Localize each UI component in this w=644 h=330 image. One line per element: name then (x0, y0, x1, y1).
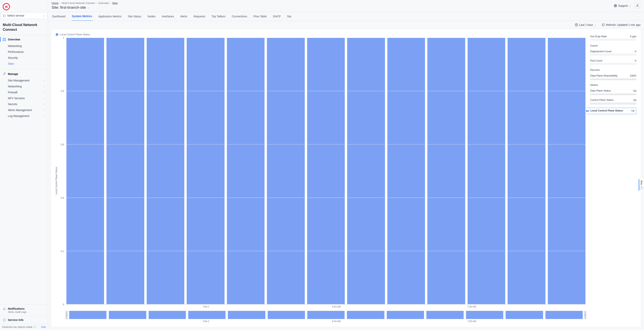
sidebar-item-networking[interactable]: Networking (8, 43, 48, 49)
tab-top-talkers[interactable]: Top Talkers (211, 12, 226, 21)
sidebar-item-security[interactable]: Security (8, 55, 48, 61)
overview-icon (3, 38, 6, 41)
tab-flow-table[interactable]: Flow Table (253, 12, 267, 21)
brush-bar (149, 311, 186, 319)
metric-control-plane-status[interactable]: Control Plane StatusUp (590, 98, 636, 104)
brush-bar (426, 311, 464, 319)
sidebar-item-performance[interactable]: Performance (8, 49, 48, 55)
select-service-dropdown[interactable]: Select service ⌄ (1, 12, 47, 19)
chevron-down-icon: ⌄ (88, 6, 90, 9)
svg-rect-3 (5, 40, 6, 41)
sparkline (590, 78, 636, 80)
tab-connections[interactable]: Connections (232, 12, 248, 21)
brush-bar (387, 311, 424, 319)
bar-chart[interactable] (66, 38, 586, 304)
refresh-icon (602, 23, 605, 27)
bar[interactable] (548, 38, 586, 304)
svg-point-7 (637, 5, 638, 6)
bar[interactable] (267, 38, 304, 304)
chevron-down-icon: ⌄ (629, 4, 631, 7)
bar[interactable] (187, 38, 224, 304)
bar[interactable] (387, 38, 425, 304)
sparkline (590, 102, 636, 104)
metric-local-control-plane-status[interactable]: ▮▮Local Control Plane StatusUp (586, 108, 636, 114)
chevron-right-icon: › (44, 103, 45, 106)
tabs-scroll-right[interactable]: › (636, 14, 640, 19)
bar[interactable] (227, 38, 264, 304)
brush-bar (268, 311, 305, 319)
tab-application-metrics[interactable]: Application Metrics (98, 12, 122, 21)
tab-system-metrics[interactable]: System Metrics (72, 12, 93, 21)
range-brush[interactable]: ⦀ ⦀ (66, 311, 586, 319)
tab-dashboard[interactable]: Dashboard (52, 12, 66, 21)
y-axis-label: Local Control Plane Status (54, 38, 58, 324)
bar[interactable] (307, 38, 345, 304)
breadcrumb-overview[interactable]: Overview (98, 2, 109, 5)
brush-handle-right[interactable]: ⦀ (584, 311, 586, 319)
bar[interactable] (468, 38, 505, 304)
chart-legend[interactable]: Local Control Plane Status (54, 32, 586, 38)
bar-chart-icon: ▮▮ (586, 110, 589, 112)
product-title: Multi-Cloud Network Connect (0, 19, 48, 35)
nav-notifications[interactable]: Notifications Alerts, Audit Logs (0, 304, 48, 316)
bar[interactable] (427, 38, 465, 304)
brush-bar (109, 311, 146, 319)
metric-data-plane-status[interactable]: Data Plane StatusUp (590, 89, 636, 95)
tab-dhcp[interactable]: DHCP (272, 12, 281, 21)
bar[interactable] (106, 38, 144, 304)
nav-group-manage[interactable]: Manage (0, 70, 48, 78)
metric-data-plane-reachability[interactable]: Data Plane Reachability100% (590, 74, 636, 80)
breadcrumb-home[interactable]: Home (52, 2, 58, 5)
sparkline (590, 93, 636, 95)
sidebar-item-site-management[interactable]: Site Management› (8, 78, 48, 83)
bar[interactable] (347, 38, 385, 304)
bar[interactable] (508, 38, 545, 304)
brush-handle-left[interactable]: ⦀ (66, 311, 68, 319)
chevron-down-icon: ⌄ (594, 24, 596, 26)
tabs: DashboardSystem MetricsApplication Metri… (48, 12, 644, 21)
sidebar-item-firewall[interactable]: Firewall› (8, 89, 48, 95)
tab-site-status[interactable]: Site Status (128, 12, 142, 21)
bar[interactable] (66, 38, 104, 304)
metric-deployment-count[interactable]: Deployment Count0 (590, 50, 636, 56)
help-tab[interactable]: ? Help (639, 178, 644, 192)
sidebar-item-sites[interactable]: Sites (8, 61, 48, 67)
brush-bar (69, 311, 106, 319)
user-avatar[interactable] (634, 3, 640, 9)
nav-group-overview[interactable]: Overview (0, 36, 48, 43)
sidebar-item-nfv-services[interactable]: NFV Services› (8, 95, 48, 101)
tab-sta[interactable]: Sta (286, 12, 292, 21)
y-axis: 00.20.40.60.81 (59, 38, 65, 304)
refresh-button[interactable]: Refresh: Updated 1 min ago (602, 23, 640, 27)
sidebar-item-log-management[interactable]: Log Management› (8, 113, 48, 119)
bell-icon (3, 307, 6, 310)
brush-bar (307, 311, 344, 319)
breadcrumb: Home›Multi-Cloud Network Connect›Overvie… (52, 2, 118, 5)
sidebar-item-secrets[interactable]: Secrets› (8, 101, 48, 107)
tab-nodes[interactable]: Nodes (147, 12, 156, 21)
support-icon (614, 4, 617, 7)
support-menu[interactable]: Support ⌄ (614, 4, 631, 7)
bar[interactable] (147, 38, 184, 304)
sidebar-item-alerts-management[interactable]: Alerts Management› (8, 107, 48, 113)
time-range-selector[interactable]: Last 1 hour ⌄ (575, 23, 596, 27)
metric-out-drop-rate[interactable]: Out Drop Rate0 pps (590, 35, 636, 41)
grip-icon (3, 15, 6, 17)
brush-bar (347, 311, 384, 319)
tab-alerts[interactable]: Alerts (180, 12, 188, 21)
wrench-icon (3, 72, 6, 76)
sidebar: f5 Select service ⌄ Multi-Cloud Network … (0, 0, 48, 330)
sparkline (590, 63, 636, 65)
nav-service-info[interactable]: Service Info (0, 316, 48, 324)
svg-rect-1 (5, 38, 6, 39)
help-icon: ? (640, 186, 643, 190)
page-title[interactable]: Site: first-branch-site ⌄ (52, 5, 118, 10)
x-axis: Feb 26:43 AM7:00 AM (66, 305, 586, 309)
metric-pod-count[interactable]: Pod Count0 (590, 59, 636, 65)
breadcrumb-multi-cloud-network-connect[interactable]: Multi-Cloud Network Connect (62, 2, 95, 5)
tab-requests[interactable]: Requests (193, 12, 206, 21)
sidebar-item-networking[interactable]: Networking› (8, 83, 48, 89)
hide-advanced-link[interactable]: Hide (41, 326, 46, 328)
breadcrumb-sites[interactable]: Sites (112, 2, 118, 5)
tab-interfaces[interactable]: Interfaces (162, 12, 174, 21)
